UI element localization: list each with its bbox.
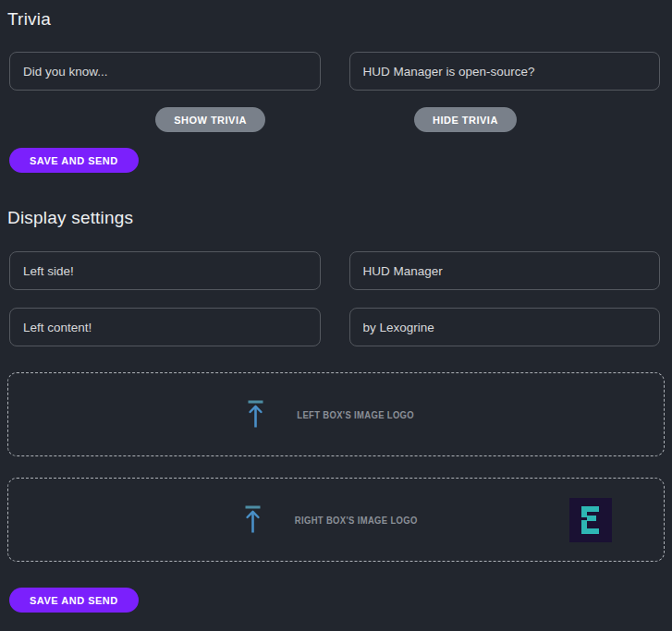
left-logo-dropzone-label: LEFT BOX'S IMAGE LOGO: [298, 409, 415, 420]
upload-icon: [245, 505, 261, 534]
trivia-section-title: Trivia: [7, 8, 672, 30]
right-logo-dropzone[interactable]: RIGHT BOX'S IMAGE LOGO: [7, 478, 665, 562]
right-side-title-input[interactable]: [349, 251, 661, 290]
hide-trivia-button[interactable]: HIDE TRIVIA: [414, 107, 517, 132]
right-logo-dropzone-label: RIGHT BOX'S IMAGE LOGO: [295, 515, 418, 526]
letter-E-logo-image: [569, 498, 612, 542]
left-content-input[interactable]: [9, 308, 321, 346]
settings-page: Trivia SHOW TRIVIA HIDE TRIVIA SAVE AND …: [0, 8, 672, 613]
show-trivia-button[interactable]: SHOW TRIVIA: [155, 107, 265, 132]
upload-icon: [248, 400, 263, 429]
display-settings-fields: [9, 251, 660, 346]
left-logo-dropzone[interactable]: LEFT BOX'S IMAGE LOGO: [7, 372, 665, 456]
display-settings-title: Display settings: [7, 207, 672, 229]
left-side-title-input[interactable]: [9, 251, 321, 290]
trivia-question-input[interactable]: [9, 52, 321, 91]
trivia-save-and-send-button[interactable]: SAVE AND SEND: [9, 148, 139, 173]
trivia-section: Trivia SHOW TRIVIA HIDE TRIVIA SAVE AND …: [0, 8, 672, 173]
trivia-answer-input[interactable]: [349, 52, 661, 91]
trivia-fields-row: [9, 52, 660, 91]
trivia-buttons-row: SHOW TRIVIA HIDE TRIVIA: [0, 107, 672, 132]
right-content-input[interactable]: [349, 308, 661, 346]
display-save-and-send-button[interactable]: SAVE AND SEND: [9, 588, 139, 613]
display-settings-section: Display settings LEFT BOX'S IMAGE LOGO: [0, 207, 672, 613]
